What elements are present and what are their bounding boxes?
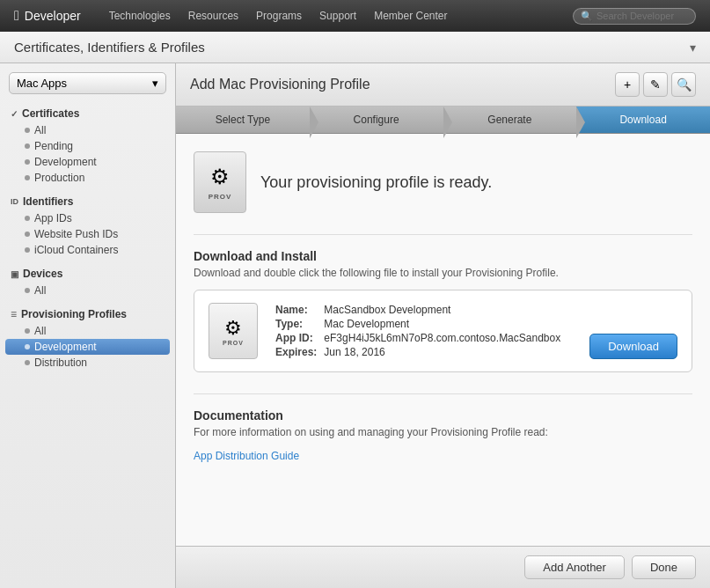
- profile-type-row: Type: Mac Development: [272, 317, 564, 331]
- search-box[interactable]: 🔍: [573, 8, 696, 25]
- sidebar-section-provisioning: ≡ Provisioning Profiles All Development …: [0, 305, 175, 371]
- sidebar-section-devices: ▣ Devices All: [0, 265, 175, 298]
- ready-banner: ⚙ PROV Your provisioning profile is read…: [194, 151, 692, 213]
- dot-icon: [25, 288, 30, 293]
- search-input[interactable]: [597, 11, 693, 21]
- sidebar-item-certs-development[interactable]: Development: [0, 154, 175, 170]
- sub-header-title: Certificates, Identifiers & Profiles: [14, 40, 205, 55]
- sidebar-item-certs-all[interactable]: All: [0, 122, 175, 138]
- nav-technologies[interactable]: Technologies: [109, 10, 171, 22]
- identifiers-header[interactable]: ID Identifiers: [0, 193, 175, 210]
- app-ids-label: App IDs: [34, 212, 72, 224]
- sidebar-item-icloud-containers[interactable]: iCloud Containers: [0, 242, 175, 258]
- sidebar-section-certificates: ✓ Certificates All Pending Development P…: [0, 105, 175, 186]
- sidebar-item-certs-pending[interactable]: Pending: [0, 138, 175, 154]
- dot-icon: [25, 143, 30, 149]
- devices-header[interactable]: ▣ Devices: [0, 265, 175, 283]
- provisioning-header[interactable]: ≡ Provisioning Profiles: [0, 305, 175, 323]
- wizard-step-configure-label: Configure: [354, 114, 399, 126]
- certificates-header[interactable]: ✓ Certificates: [0, 105, 175, 122]
- dot-icon: [25, 159, 30, 165]
- sidebar-item-app-ids[interactable]: App IDs: [0, 210, 175, 226]
- wizard-step-configure[interactable]: Configure: [310, 107, 443, 133]
- nav-resources[interactable]: Resources: [188, 10, 238, 22]
- website-push-ids-label: Website Push IDs: [34, 228, 118, 240]
- dropdown-arrow-icon: ▾: [152, 77, 158, 90]
- profile-expires-row: Expires: Jun 18, 2016: [272, 345, 564, 359]
- profile-card: ⚙ PROV Name: MacSandbox Development Type…: [194, 290, 692, 372]
- documentation-title: Documentation: [194, 408, 692, 423]
- divider-2: [194, 393, 692, 394]
- documentation-section: Documentation For more information on us…: [194, 408, 692, 462]
- identifiers-icon: ID: [11, 197, 18, 206]
- dot-icon: [25, 247, 30, 253]
- sub-header-dropdown-arrow[interactable]: ▾: [690, 40, 696, 55]
- header-buttons: + ✎ 🔍: [615, 72, 696, 97]
- top-nav:  Developer Technologies Resources Progr…: [0, 0, 710, 32]
- provisioning-label: Provisioning Profiles: [21, 308, 127, 320]
- sidebar-item-prov-development[interactable]: Development: [5, 339, 170, 355]
- expires-label: Expires:: [272, 345, 320, 359]
- nav-programs[interactable]: Programs: [256, 10, 302, 22]
- download-install-desc: Download and double click the following …: [194, 267, 692, 279]
- nav-support[interactable]: Support: [319, 10, 356, 22]
- gear-icon: ⚙: [210, 165, 230, 189]
- download-install-section: Download and Install Download and double…: [194, 249, 692, 372]
- devices-all-label: All: [34, 284, 46, 297]
- sidebar-item-devices-all[interactable]: All: [0, 283, 175, 298]
- sub-header: Certificates, Identifiers & Profiles ▾: [0, 32, 710, 63]
- dot-icon: [25, 344, 30, 349]
- wizard-step-generate[interactable]: Generate: [443, 107, 577, 133]
- documentation-desc: For more information on using and managi…: [194, 426, 692, 438]
- prov-development-label: Development: [34, 341, 97, 353]
- edit-icon: ✎: [650, 77, 661, 92]
- app-distribution-guide-link[interactable]: App Distribution Guide: [194, 450, 299, 462]
- profile-prov-label: PROV: [223, 340, 244, 346]
- search-icon: 🔍: [581, 11, 593, 22]
- content-title: Add Mac Provisioning Profile: [190, 77, 370, 92]
- certs-pending-label: Pending: [34, 140, 73, 152]
- prov-distribution-label: Distribution: [34, 356, 87, 369]
- edit-button[interactable]: ✎: [643, 72, 668, 97]
- mac-apps-dropdown[interactable]: Mac Apps ▾: [9, 72, 166, 94]
- wizard-step-generate-label: Generate: [487, 114, 531, 126]
- profile-card-prov-icon: ⚙ PROV: [209, 303, 258, 359]
- wizard-step-download-label: Download: [619, 114, 666, 126]
- profile-download-button[interactable]: Download: [589, 334, 677, 359]
- content-body: ⚙ PROV Your provisioning profile is read…: [176, 134, 710, 546]
- prov-ready-icon: ⚙ PROV: [194, 151, 246, 213]
- sidebar-item-prov-distribution[interactable]: Distribution: [0, 355, 175, 371]
- certificates-icon: ✓: [11, 109, 18, 119]
- sidebar-item-certs-production[interactable]: Production: [0, 170, 175, 186]
- divider-1: [194, 234, 692, 235]
- prov-all-label: All: [34, 325, 46, 337]
- add-another-button[interactable]: Add Another: [524, 555, 625, 579]
- download-install-title: Download and Install: [194, 249, 692, 263]
- dot-icon: [25, 175, 30, 180]
- magnify-icon: 🔍: [677, 77, 692, 92]
- wizard-step-select-type[interactable]: Select Type: [176, 107, 310, 133]
- certs-development-label: Development: [34, 156, 97, 168]
- brand-label: Developer: [25, 9, 81, 23]
- content-header: Add Mac Provisioning Profile + ✎ 🔍: [176, 63, 710, 107]
- nav-member-center[interactable]: Member Center: [374, 10, 447, 22]
- done-button[interactable]: Done: [632, 555, 696, 579]
- wizard-step-download[interactable]: Download: [576, 107, 710, 133]
- app-id-value: eF3gH4iJ5kL6mN7oP8.com.contoso.MacSandbo…: [320, 331, 564, 345]
- add-button[interactable]: +: [615, 72, 640, 97]
- sidebar: Mac Apps ▾ ✓ Certificates All Pending De…: [0, 63, 176, 588]
- content-area: Add Mac Provisioning Profile + ✎ 🔍 Selec…: [176, 63, 710, 588]
- expires-value: Jun 18, 2016: [320, 345, 564, 359]
- mac-apps-label: Mac Apps: [17, 77, 67, 90]
- sidebar-item-website-push-ids[interactable]: Website Push IDs: [0, 226, 175, 242]
- devices-icon: ▣: [11, 269, 18, 279]
- brand:  Developer: [14, 8, 81, 24]
- sidebar-item-prov-all[interactable]: All: [0, 323, 175, 339]
- profile-name-row: Name: MacSandbox Development: [272, 303, 564, 317]
- prov-icon-label: PROV: [209, 193, 232, 201]
- type-label: Type:: [272, 317, 320, 331]
- sidebar-section-identifiers: ID Identifiers App IDs Website Push IDs …: [0, 193, 175, 258]
- search-button[interactable]: 🔍: [671, 72, 696, 97]
- wizard-steps: Select Type Configure Generate Download: [176, 107, 710, 134]
- profile-info: Name: MacSandbox Development Type: Mac D…: [272, 303, 575, 359]
